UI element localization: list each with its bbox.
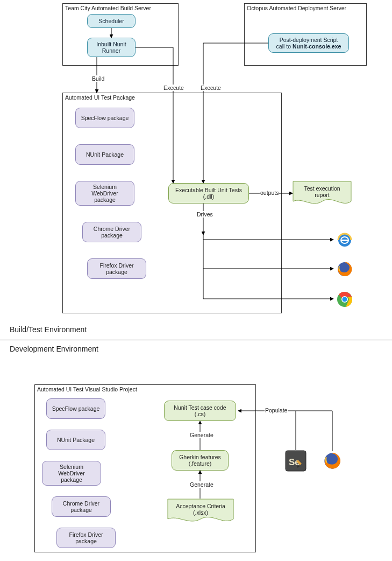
firefox-icon (336, 261, 353, 278)
connectors-bottom (0, 377, 392, 560)
edge-execute-1: Execute (163, 85, 184, 91)
svg-rect-7 (341, 240, 348, 241)
chrome-icon (336, 291, 353, 308)
connectors-top (0, 0, 392, 339)
env-divider (0, 340, 392, 340)
edge-outputs: outputs (260, 190, 279, 196)
svg-point-11 (343, 297, 347, 302)
label-build-env: Build/Test Environment (10, 325, 87, 334)
edge-build: Build (91, 75, 105, 82)
edge-execute-2: Execute (200, 85, 222, 91)
edge-populate: Populate (265, 407, 288, 413)
edge-drives: Drives (196, 211, 213, 218)
internet-explorer-icon (336, 232, 353, 249)
edge-generate-2: Generate (189, 481, 214, 488)
label-dev-env: Development Environment (10, 345, 98, 353)
edge-generate-1: Generate (189, 432, 214, 438)
diagram-canvas: Team City Automated Build Server Schedul… (0, 0, 392, 561)
